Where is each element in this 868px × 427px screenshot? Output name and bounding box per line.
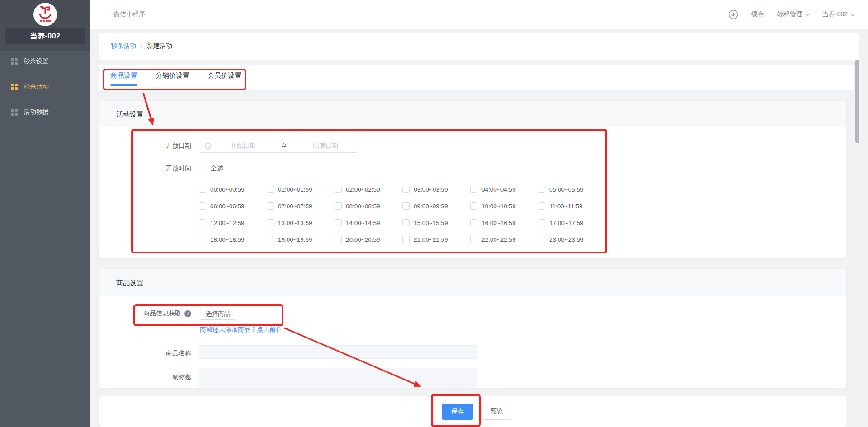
grid-icon (11, 109, 18, 116)
time-slot-label: 15:00~15:59 (414, 220, 448, 226)
checkbox-box (470, 202, 477, 210)
time-slot-checkbox[interactable]: 08:00~08:59 (335, 202, 402, 210)
tutorial-menu[interactable]: 教程管理 (777, 10, 809, 19)
time-slot-label: 03:00~03:59 (414, 186, 448, 193)
time-slot-checkbox[interactable]: 23:00~23:59 (538, 236, 606, 243)
activity-settings-card: 活动设置 开放日期 开始日期 至 结束日期 开放时间 全选 00:00~00:5… (99, 101, 846, 258)
checkbox-box (199, 186, 206, 193)
grid-icon (11, 84, 18, 90)
store-name-badge: 当养-002 (5, 28, 85, 44)
date-start-placeholder[interactable]: 开始日期 (211, 142, 275, 150)
tab-member-price-settings[interactable]: 会员价设置 (208, 65, 241, 86)
sidebar-menu: 秒杀设置秒杀活动活动数据 (0, 49, 90, 125)
time-slot-checkbox[interactable]: 10:00~10:59 (470, 202, 538, 210)
date-range-picker[interactable]: 开始日期 至 结束日期 (199, 139, 358, 153)
time-slot-checkbox[interactable]: 18:00~18:59 (199, 236, 267, 243)
time-slot-checkbox[interactable]: 20:00~20:59 (335, 236, 402, 243)
product-settings-title: 商品设置 (99, 269, 846, 296)
sidebar: 当养-002 秒杀设置秒杀活动活动数据 (0, 0, 90, 427)
checkbox-box (267, 202, 274, 210)
open-date-label: 开放日期 (99, 139, 191, 153)
footer-bar: 保存 预览 (99, 396, 846, 427)
product-name-label: 商品名称 (99, 346, 191, 360)
time-slot-label: 16:00~16:59 (481, 220, 515, 226)
time-slot-label: 00:00~00:59 (210, 186, 244, 193)
time-slot-label: 02:00~02:59 (346, 186, 380, 193)
time-slot-checkbox[interactable]: 22:00~22:59 (470, 236, 538, 243)
sidebar-item-label: 秒杀活动 (24, 83, 49, 91)
time-slot-label: 13:00~13:59 (278, 220, 312, 226)
time-slot-checkbox[interactable]: 00:00~00:59 (199, 186, 267, 193)
chevron-down-icon (805, 11, 810, 16)
tabs-card: 商品设置分销价设置会员价设置 (99, 65, 854, 90)
time-slot-checkbox[interactable]: 11:00~11:59 (538, 202, 606, 210)
time-slot-label: 12:00~12:59 (210, 220, 244, 226)
open-time-label: 开放时间 (99, 164, 191, 172)
time-slot-checkbox[interactable]: 14:00~14:59 (335, 219, 402, 226)
checkbox-box (267, 219, 274, 226)
subtitle-input[interactable] (199, 368, 477, 388)
time-slot-label: 08:00~08:59 (346, 203, 380, 210)
time-slot-checkbox[interactable]: 13:00~13:59 (267, 219, 335, 226)
account-menu[interactable]: 当养-002 (822, 10, 854, 19)
checkbox-box (538, 186, 545, 193)
select-product-button[interactable]: 选择商品 (200, 308, 236, 320)
preview-button[interactable]: 预览 (481, 404, 512, 420)
product-info-label-row: 商品信息获取 i (99, 307, 191, 320)
sidebar-item-seckill-activity[interactable]: 秒杀活动 (0, 74, 90, 99)
time-slot-label: 04:00~04:59 (481, 186, 515, 193)
vertical-scrollbar-thumb[interactable] (855, 60, 859, 143)
time-slot-label: 05:00~05:59 (549, 186, 583, 193)
sidebar-item-label: 活动数据 (24, 108, 49, 116)
checkbox-box (199, 219, 206, 226)
time-slot-checkbox[interactable]: 21:00~21:59 (402, 236, 470, 243)
product-settings-body: 商品信息获取 i 选择商品 商城还未添加商品？点击前往 商品名称 副标题 (99, 296, 846, 388)
time-slot-checkbox[interactable]: 05:00~05:59 (538, 186, 606, 193)
date-end-placeholder[interactable]: 结束日期 (293, 142, 358, 150)
select-all-checkbox[interactable]: 全选 (199, 164, 223, 173)
time-slot-checkbox[interactable]: 15:00~15:59 (402, 219, 470, 226)
shop-empty-link[interactable]: 商城还未添加商品？点击前往 (200, 326, 282, 334)
breadcrumb-parent-link[interactable]: 秒杀活动 (111, 42, 136, 50)
save-button[interactable]: 保存 (442, 404, 473, 420)
activity-settings-body: 开放日期 开始日期 至 结束日期 开放时间 全选 00:00~00:5901:0… (99, 127, 846, 258)
checkbox-box (470, 219, 477, 226)
time-slot-checkbox[interactable]: 06:00~06:59 (199, 202, 267, 210)
product-name-input[interactable] (199, 345, 477, 359)
time-slot-checkbox[interactable]: 19:00~19:59 (267, 236, 335, 243)
time-slot-checkbox[interactable]: 02:00~02:59 (335, 186, 402, 193)
download-icon[interactable] (728, 9, 738, 19)
checkbox-box (199, 236, 206, 243)
time-slot-checkbox[interactable]: 07:00~07:59 (267, 202, 335, 210)
topbar-actions: 缓存 教程管理 当养-002 (728, 0, 854, 29)
time-slot-checkbox[interactable]: 17:00~17:59 (538, 219, 606, 226)
time-slot-checkbox[interactable]: 09:00~09:59 (402, 202, 470, 210)
time-slot-label: 22:00~22:59 (481, 236, 515, 243)
time-slot-checkbox[interactable]: 04:00~04:59 (470, 186, 538, 193)
breadcrumb-current: 新建活动 (147, 42, 172, 50)
time-slot-grid: 00:00~00:5901:00~01:5902:00~02:5903:00~0… (199, 186, 606, 243)
account-menu-label: 当养-002 (822, 10, 848, 19)
time-slot-checkbox[interactable]: 01:00~01:59 (267, 186, 335, 193)
time-slot-label: 11:00~11:59 (549, 203, 582, 210)
topbar: 微信小程序 缓存 教程管理 当养-002 (90, 0, 868, 29)
clock-icon (205, 143, 211, 149)
time-slot-checkbox[interactable]: 16:00~16:59 (470, 219, 538, 226)
checkbox-box (402, 236, 410, 243)
info-circle-icon[interactable]: i (184, 310, 191, 317)
product-settings-card: 商品设置 商品信息获取 i 选择商品 商城还未添加商品？点击前往 商品名称 副标… (99, 269, 846, 388)
sidebar-item-activity-data[interactable]: 活动数据 (0, 99, 90, 125)
grid-icon (11, 58, 18, 65)
tab-distribution-price-settings[interactable]: 分销价设置 (156, 65, 189, 86)
cache-button[interactable]: 缓存 (751, 10, 764, 19)
checkbox-box (335, 219, 342, 226)
time-slot-label: 21:00~21:59 (414, 236, 448, 243)
time-slot-label: 09:00~09:59 (414, 203, 448, 210)
chevron-down-icon (850, 11, 855, 16)
sidebar-item-seckill-settings[interactable]: 秒杀设置 (0, 49, 90, 74)
time-slot-checkbox[interactable]: 03:00~03:59 (402, 186, 470, 193)
breadcrumb-separator: / (141, 42, 142, 50)
tab-product-settings[interactable]: 商品设置 (110, 65, 137, 86)
tutorial-menu-label: 教程管理 (777, 10, 802, 19)
time-slot-checkbox[interactable]: 12:00~12:59 (199, 219, 267, 226)
